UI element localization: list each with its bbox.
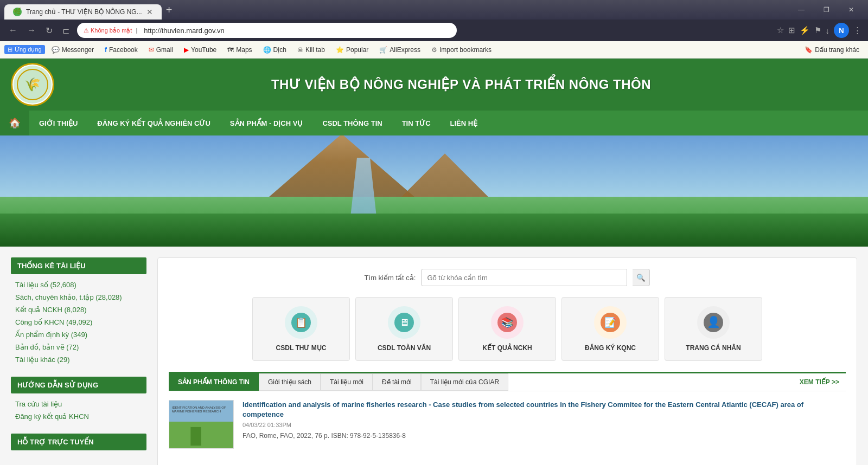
tab-title: Trang chủ - THƯ VIỆN BỘ NÔNG NG... (26, 8, 142, 16)
url-display[interactable]: http://thuvien.mard.gov.vn (144, 27, 225, 35)
card-dang-ky-kqnc[interactable]: 📝 ĐĂNG KÝ KQNC (561, 297, 659, 361)
svg-text:🖥: 🖥 (399, 317, 409, 328)
csdl-toan-van-icon: 🖥 (388, 306, 420, 339)
tab-de-tai-moi[interactable]: Đề tài mới (373, 373, 421, 391)
search-input[interactable] (421, 269, 627, 286)
bookmark-dau-trang-khac[interactable]: 🔖 Dấu trang khác (800, 44, 864, 55)
stats-khac[interactable]: Tài liệu khác (29) (11, 353, 146, 366)
csdl-toan-van-label: CSDL TOÀN VĂN (378, 344, 431, 352)
sidebar: THỐNG KÊ TÀI LIỆU Tài liệu số (52,608) S… (11, 257, 146, 465)
nav-san-pham[interactable]: SẢN PHẨM - DỊCH VỤ (220, 113, 313, 134)
back-button[interactable]: ← (7, 23, 20, 37)
stats-tai-lieu-so[interactable]: Tài liệu số (52,608) (11, 279, 146, 291)
titlebar: 🌿 Trang chủ - THƯ VIỆN BỘ NÔNG NG... ✕ +… (0, 0, 868, 20)
svg-text:MARINE FISHERIES RESEARCH: MARINE FISHERIES RESEARCH (172, 410, 221, 413)
guide-dang-ky[interactable]: Đăng ký kết quả KHCN (11, 410, 146, 423)
tab-gioi-thieu-sach[interactable]: Giới thiệu sách (259, 373, 321, 391)
tab-close-button[interactable]: ✕ (146, 8, 153, 16)
stats-nckh[interactable]: Kết quả NCKH (8,028) (11, 303, 146, 316)
youtube-icon: ▶ (184, 46, 189, 54)
card-trang-ca-nhan[interactable]: 👤 TRANG CÁ NHÂN (665, 297, 762, 361)
messenger-icon: 💬 (52, 46, 60, 54)
tab-tai-lieu-moi[interactable]: Tài liệu mới (321, 373, 373, 391)
svg-text:📋: 📋 (295, 317, 308, 328)
card-ket-qua-nckh[interactable]: 📚 KẾT QUẢ NCKH (458, 297, 556, 361)
tab-san-pham-thong-tin[interactable]: SẢN PHẨM THÔNG TIN (169, 373, 259, 391)
tab-tai-lieu-cgiar[interactable]: Tài liệu mới của CGIAR (421, 373, 508, 391)
address-bar: ← → ↻ ⊏ ⚠ Không bảo mật | http://thuvien… (0, 20, 868, 41)
news-item: IDENTIFICATION AND ANALYSIS OF MARINE FI… (169, 391, 846, 457)
new-tab-button[interactable]: + (162, 4, 177, 16)
reload-button[interactable]: ↻ (43, 23, 55, 38)
flag-icon[interactable]: ⚑ (814, 25, 821, 35)
bookmark-aliexpress[interactable]: 🛒 AliExpress (375, 44, 425, 55)
nav-dang-ky[interactable]: ĐĂNG KÝ KẾT QUẢ NGHIÊN CỨU (87, 113, 220, 134)
maps-icon: 🗺 (227, 46, 234, 54)
stats-ban-do[interactable]: Bản đồ, bản vẽ (72) (11, 341, 146, 353)
tab-favicon: 🌿 (13, 8, 22, 16)
svg-text:🌾: 🌾 (24, 76, 41, 92)
stats-sach[interactable]: Sách, chuyên khảo, t.tập (28,028) (11, 291, 146, 303)
tab-more-button[interactable]: XEM TIẾP >> (793, 374, 846, 390)
home-nav-button[interactable]: ⊏ (60, 23, 72, 38)
menu-icon[interactable]: ⋮ (853, 25, 861, 35)
bookmark-messenger[interactable]: 💬 Messenger (47, 44, 98, 55)
bookmark-star-icon[interactable]: ☆ (777, 25, 784, 35)
tabs-bar: SẢN PHẨM THÔNG TIN Giới thiệu sách Tài l… (169, 373, 846, 391)
bookmark-popular[interactable]: ⭐ Popular (331, 44, 373, 55)
stats-header: THỐNG KÊ TÀI LIỆU (11, 257, 146, 274)
address-input-wrap: ⚠ Không bảo mật | http://thuvien.mard.go… (77, 23, 457, 38)
support-header: HỖ TRỢ TRỰC TUYẾN (11, 434, 146, 450)
bookmark-dich[interactable]: 🌐 Dịch (259, 44, 291, 55)
active-tab[interactable]: 🌿 Trang chủ - THƯ VIỆN BỘ NÔNG NG... ✕ (4, 4, 162, 20)
card-csdl-toan-van[interactable]: 🖥 CSDL TOÀN VĂN (355, 297, 453, 361)
nav-lien-he[interactable]: LIÊN HỆ (441, 113, 488, 134)
bookmark-killtab[interactable]: ☠ Kill tab (293, 44, 329, 55)
ket-qua-nckh-icon: 📚 (491, 306, 524, 339)
main-nav: 🏠 GIỚI THIỆU ĐĂNG KÝ KẾT QUẢ NGHIÊN CỨU … (0, 111, 868, 135)
search-button[interactable]: 🔍 (633, 269, 650, 286)
csdl-thu-muc-label: CSDL THƯ MỤC (276, 344, 327, 352)
bookmark-youtube-label: YouTube (191, 46, 216, 54)
nav-home-button[interactable]: 🏠 (0, 111, 29, 135)
hero-banner (0, 135, 868, 247)
bookmark-gmail[interactable]: ✉ Gmail (144, 44, 177, 55)
svg-text:IDENTIFICATION AND ANALYSIS OF: IDENTIFICATION AND ANALYSIS OF (172, 406, 226, 409)
dang-ky-kqnc-label: ĐĂNG KÝ KQNC (585, 344, 636, 352)
grid-icon[interactable]: ⊞ (788, 25, 795, 35)
bookmark-facebook[interactable]: f Facebook (100, 44, 142, 55)
website: 🌾 THƯ VIỆN BỘ NÔNG NGHIỆP VÀ PHÁT TRIỂN … (0, 59, 868, 465)
stats-an-pham[interactable]: Ấn phẩm định kỳ (349) (11, 328, 146, 341)
site-logo[interactable]: 🌾 (11, 63, 54, 106)
bookmark-messenger-label: Messenger (62, 46, 94, 54)
extensions-icon[interactable]: ⚡ (800, 25, 810, 35)
nav-tin-tuc[interactable]: TIN TỨC (392, 113, 441, 134)
profile-avatar[interactable]: N (834, 23, 849, 38)
news-thumbnail: IDENTIFICATION AND ANALYSIS OF MARINE FI… (169, 400, 234, 449)
bookmark-import[interactable]: ⚙ Import bookmarks (427, 44, 496, 55)
card-csdl-thu-muc[interactable]: 📋 CSDL THƯ MỤC (252, 297, 350, 361)
nav-gioi-thieu[interactable]: GIỚI THIỆU (29, 113, 87, 134)
bookmark-maps[interactable]: 🗺 Maps (223, 44, 256, 55)
stats-khcn[interactable]: Công bố KHCN (49,092) (11, 316, 146, 328)
maximize-button[interactable]: ❐ (814, 0, 839, 20)
download-icon[interactable]: ↓ (826, 26, 830, 35)
svg-text:📚: 📚 (501, 317, 514, 328)
nav-csdl[interactable]: CSDL THÔNG TIN (312, 113, 392, 134)
browser-chrome: 🌿 Trang chủ - THƯ VIỆN BỘ NÔNG NG... ✕ +… (0, 0, 868, 59)
bookmark-youtube[interactable]: ▶ YouTube (180, 44, 221, 55)
minimize-button[interactable]: — (789, 0, 814, 20)
guide-tra-cuu[interactable]: Tra cứu tài liệu (11, 398, 146, 410)
news-title[interactable]: Identification and analysis of marine fi… (242, 400, 846, 419)
logo-image: 🌾 (14, 66, 52, 104)
bookmark-ung-dung-label: Ứng dụng (15, 46, 42, 53)
close-button[interactable]: ✕ (839, 0, 864, 20)
facebook-icon: f (105, 46, 107, 54)
news-body: Identification and analysis of marine fi… (242, 400, 846, 449)
forward-button[interactable]: → (25, 23, 38, 37)
main-content: Tìm kiếm tất cả: 🔍 📋 CSDL THƯ MỤC (157, 257, 857, 465)
killtab-icon: ☠ (297, 46, 303, 54)
bookmark-ung-dung[interactable]: ⊞ Ứng dụng (4, 45, 45, 54)
popular-icon: ⭐ (336, 46, 344, 54)
bookmark-folder-icon: 🔖 (805, 46, 813, 54)
